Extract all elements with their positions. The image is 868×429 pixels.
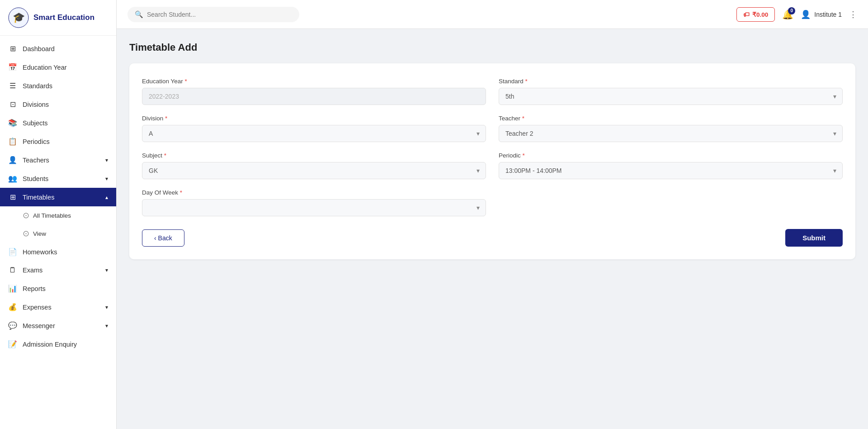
standard-select[interactable]: 5th 6th 7th 8th: [499, 88, 843, 105]
standard-label: Standard *: [499, 78, 843, 85]
timetables-chevron-icon: ▴: [105, 194, 108, 200]
sidebar: 🎓 Smart Education ⊞ Dashboard 📅 Educatio…: [0, 0, 117, 429]
homeworks-icon: 📄: [8, 248, 17, 256]
day-of-week-select[interactable]: Monday Tuesday Wednesday Thursday Friday…: [142, 199, 486, 216]
sidebar-item-admission-enquiry[interactable]: 📝 Admission Enquiry: [0, 335, 116, 353]
sidebar-item-label: Admission Enquiry: [23, 341, 77, 348]
sidebar-item-label: Reports: [23, 285, 46, 292]
timetables-icon: ⊞: [8, 193, 17, 201]
required-star: *: [523, 152, 525, 159]
form-group-day-of-week: Day Of Week * Monday Tuesday Wednesday T…: [142, 189, 486, 216]
standards-icon: ☰: [8, 81, 17, 90]
required-star: *: [165, 115, 167, 122]
exams-chevron-icon: ▾: [105, 267, 108, 273]
form-actions: ‹ Back Submit: [142, 229, 843, 247]
sidebar-item-label: Education Year: [23, 64, 67, 71]
page-content: Timetable Add Education Year * Standard …: [117, 29, 868, 429]
sub-dot-icon: ⊙: [23, 210, 29, 220]
sidebar-item-messenger[interactable]: 💬 Messenger ▾: [0, 316, 116, 335]
subject-select[interactable]: GK Math Science English: [142, 162, 486, 179]
form-group-empty: [499, 189, 843, 216]
wallet-amount: ₹0.00: [752, 11, 768, 18]
sidebar-sub-view[interactable]: ⊙ View: [0, 224, 116, 243]
standard-select-wrap: 5th 6th 7th 8th: [499, 88, 843, 105]
sidebar-item-label: Periodics: [23, 138, 50, 145]
teacher-label: Teacher *: [499, 115, 843, 122]
sidebar-item-standards[interactable]: ☰ Standards: [0, 76, 116, 95]
division-select[interactable]: A B C: [142, 125, 486, 142]
user-area[interactable]: 👤 Institute 1: [801, 10, 842, 19]
notification-badge: 0: [788, 7, 795, 14]
required-star: *: [164, 152, 166, 159]
sidebar-item-divisions[interactable]: ⊡ Divisions: [0, 95, 116, 114]
form-row-4: Day Of Week * Monday Tuesday Wednesday T…: [142, 189, 843, 216]
education-year-input: [142, 88, 486, 105]
education-year-icon: 📅: [8, 63, 17, 72]
form-group-standard: Standard * 5th 6th 7th 8th: [499, 78, 843, 105]
wallet-icon: 🏷: [743, 11, 750, 18]
sidebar-sub-all-timetables[interactable]: ⊙ All Timetables: [0, 206, 116, 224]
exams-icon: 🗒: [8, 266, 17, 274]
teacher-select[interactable]: Teacher 1 Teacher 2 Teacher 3: [499, 125, 843, 142]
students-icon: 👥: [8, 174, 17, 183]
form-group-periodic: Periodic * 13:00PM - 14:00PM 14:00PM - 1…: [499, 152, 843, 179]
user-icon: 👤: [801, 10, 811, 19]
sidebar-item-label: Teachers: [23, 157, 49, 164]
user-name: Institute 1: [814, 11, 842, 18]
sidebar-item-label: Subjects: [23, 119, 48, 127]
page-title: Timetable Add: [129, 42, 855, 53]
periodics-icon: 📋: [8, 137, 17, 146]
divisions-icon: ⊡: [8, 100, 17, 109]
sub-dot-icon: ⊙: [23, 229, 29, 238]
sidebar-item-teachers[interactable]: 👤 Teachers ▾: [0, 151, 116, 169]
periodic-select[interactable]: 13:00PM - 14:00PM 14:00PM - 15:00PM: [499, 162, 843, 179]
sidebar-item-timetables[interactable]: ⊞ Timetables ▴: [0, 188, 116, 206]
header: 🔍 🏷 ₹0.00 🔔 0 👤 Institute 1 ⋮: [117, 0, 868, 29]
day-of-week-label: Day Of Week *: [142, 189, 486, 196]
periodic-select-wrap: 13:00PM - 14:00PM 14:00PM - 15:00PM: [499, 162, 843, 179]
students-chevron-icon: ▾: [105, 176, 108, 182]
subject-label: Subject *: [142, 152, 486, 159]
back-button[interactable]: ‹ Back: [142, 229, 184, 247]
form-row-1: Education Year * Standard * 5th 6th: [142, 78, 843, 105]
subjects-icon: 📚: [8, 119, 17, 127]
sidebar-sub-label: View: [33, 230, 46, 237]
search-box[interactable]: 🔍: [127, 7, 299, 22]
expenses-icon: 💰: [8, 303, 17, 311]
sidebar-nav: ⊞ Dashboard 📅 Education Year ☰ Standards…: [0, 36, 116, 429]
reports-icon: 📊: [8, 284, 17, 293]
dashboard-icon: ⊞: [8, 44, 17, 53]
sidebar-item-dashboard[interactable]: ⊞ Dashboard: [0, 39, 116, 58]
main-area: 🔍 🏷 ₹0.00 🔔 0 👤 Institute 1 ⋮ Timetable …: [117, 0, 868, 429]
submit-button[interactable]: Submit: [785, 229, 843, 247]
sidebar-sub-label: All Timetables: [33, 212, 71, 219]
sidebar-item-homeworks[interactable]: 📄 Homeworks: [0, 243, 116, 261]
sidebar-item-label: Exams: [23, 267, 42, 274]
division-select-wrap: A B C: [142, 125, 486, 142]
sidebar-item-periodics[interactable]: 📋 Periodics: [0, 132, 116, 151]
sidebar-item-exams[interactable]: 🗒 Exams ▾: [0, 261, 116, 279]
sidebar-item-expenses[interactable]: 💰 Expenses ▾: [0, 298, 116, 316]
more-button[interactable]: ⋮: [849, 10, 857, 19]
sidebar-item-students[interactable]: 👥 Students ▾: [0, 169, 116, 188]
sidebar-logo: 🎓 Smart Education: [0, 0, 116, 36]
messenger-chevron-icon: ▾: [105, 323, 108, 329]
form-row-2: Division * A B C Teacher *: [142, 115, 843, 142]
sidebar-item-education-year[interactable]: 📅 Education Year: [0, 58, 116, 76]
sidebar-item-reports[interactable]: 📊 Reports: [0, 279, 116, 298]
sidebar-item-subjects[interactable]: 📚 Subjects: [0, 114, 116, 132]
notification-button[interactable]: 🔔 0: [782, 9, 793, 20]
sidebar-item-label: Messenger: [23, 322, 55, 329]
wallet-button[interactable]: 🏷 ₹0.00: [736, 7, 775, 22]
app-name: Smart Education: [33, 13, 94, 22]
required-star: *: [180, 189, 182, 196]
division-label: Division *: [142, 115, 486, 122]
sidebar-item-label: Timetables: [23, 194, 54, 201]
sidebar-item-label: Divisions: [23, 101, 49, 108]
teachers-icon: 👤: [8, 156, 17, 164]
teacher-select-wrap: Teacher 1 Teacher 2 Teacher 3: [499, 125, 843, 142]
search-input[interactable]: [147, 11, 292, 18]
form-card: Education Year * Standard * 5th 6th: [129, 63, 855, 259]
sidebar-item-label: Standards: [23, 82, 52, 90]
subject-select-wrap: GK Math Science English: [142, 162, 486, 179]
